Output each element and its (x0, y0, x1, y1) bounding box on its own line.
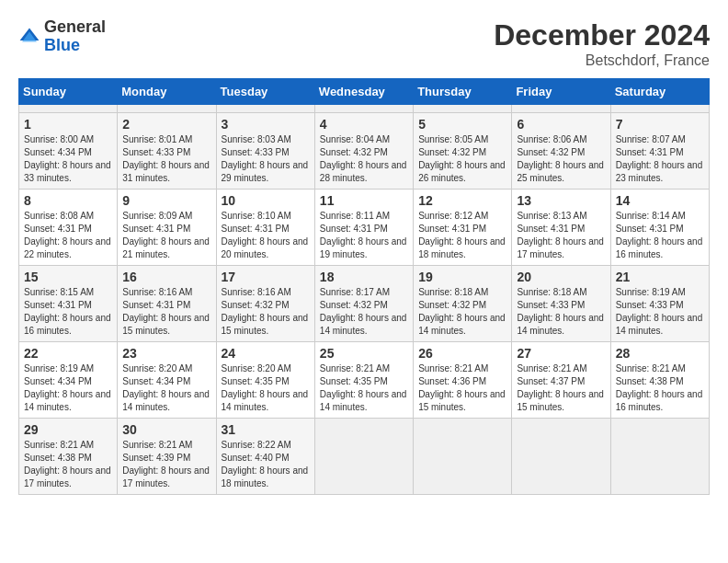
calendar-cell (610, 419, 709, 495)
day-info: Sunrise: 8:15 AMSunset: 4:31 PMDaylight:… (24, 286, 112, 338)
calendar-cell: 3Sunrise: 8:03 AMSunset: 4:33 PMDaylight… (216, 113, 314, 190)
header-thursday: Thursday (414, 79, 512, 105)
calendar-cell: 25Sunrise: 8:21 AMSunset: 4:35 PMDayligh… (314, 342, 413, 419)
calendar-cell (314, 105, 413, 113)
day-number: 16 (122, 270, 210, 284)
calendar-week-2: 1Sunrise: 8:00 AMSunset: 4:34 PMDaylight… (19, 113, 710, 190)
day-info: Sunrise: 8:05 AMSunset: 4:32 PMDaylight:… (418, 133, 506, 185)
calendar-cell (19, 105, 118, 113)
day-number: 11 (320, 193, 408, 208)
day-info: Sunrise: 8:22 AMSunset: 4:40 PMDaylight:… (222, 439, 310, 490)
day-number: 14 (616, 193, 704, 208)
calendar-cell: 20Sunrise: 8:18 AMSunset: 4:33 PMDayligh… (512, 266, 610, 342)
calendar-cell: 9Sunrise: 8:09 AMSunset: 4:31 PMDaylight… (118, 190, 216, 266)
calendar-cell: 6Sunrise: 8:06 AMSunset: 4:32 PMDaylight… (512, 113, 610, 190)
calendar-cell: 1Sunrise: 8:00 AMSunset: 4:34 PMDaylight… (19, 113, 118, 190)
calendar-cell (512, 105, 610, 113)
calendar-cell: 16Sunrise: 8:16 AMSunset: 4:31 PMDayligh… (118, 266, 216, 342)
day-info: Sunrise: 8:20 AMSunset: 4:35 PMDaylight:… (222, 362, 310, 414)
calendar-cell: 13Sunrise: 8:13 AMSunset: 4:31 PMDayligh… (512, 190, 610, 266)
day-info: Sunrise: 8:11 AMSunset: 4:31 PMDaylight:… (320, 210, 408, 261)
day-info: Sunrise: 8:04 AMSunset: 4:32 PMDaylight:… (320, 133, 408, 185)
calendar-cell: 31Sunrise: 8:22 AMSunset: 4:40 PMDayligh… (216, 419, 314, 495)
header-monday: Monday (118, 79, 216, 105)
calendar-header-row: SundayMondayTuesdayWednesdayThursdayFrid… (19, 79, 710, 105)
day-number: 30 (122, 422, 210, 437)
day-number: 6 (517, 117, 605, 132)
day-info: Sunrise: 8:07 AMSunset: 4:31 PMDaylight:… (616, 133, 704, 185)
day-number: 22 (24, 346, 112, 361)
calendar-cell: 28Sunrise: 8:21 AMSunset: 4:38 PMDayligh… (610, 342, 709, 419)
header-saturday: Saturday (610, 79, 709, 105)
calendar-week-6: 29Sunrise: 8:21 AMSunset: 4:38 PMDayligh… (19, 419, 710, 495)
header-friday: Friday (512, 79, 610, 105)
logo-general: General (44, 17, 106, 36)
page-header: General Blue December 2024 Betschdorf, F… (18, 18, 710, 69)
calendar-week-3: 8Sunrise: 8:08 AMSunset: 4:31 PMDaylight… (19, 190, 710, 266)
day-info: Sunrise: 8:14 AMSunset: 4:31 PMDaylight:… (616, 210, 704, 261)
day-info: Sunrise: 8:20 AMSunset: 4:34 PMDaylight:… (122, 362, 210, 414)
day-info: Sunrise: 8:09 AMSunset: 4:31 PMDaylight:… (122, 210, 210, 261)
calendar-week-4: 15Sunrise: 8:15 AMSunset: 4:31 PMDayligh… (19, 266, 710, 342)
calendar-cell (414, 105, 512, 113)
day-number: 9 (122, 193, 210, 208)
day-number: 28 (616, 346, 704, 361)
calendar-cell: 30Sunrise: 8:21 AMSunset: 4:39 PMDayligh… (118, 419, 216, 495)
day-number: 2 (122, 117, 210, 132)
day-info: Sunrise: 8:06 AMSunset: 4:32 PMDaylight:… (517, 133, 605, 185)
calendar-cell (314, 419, 413, 495)
calendar-cell: 27Sunrise: 8:21 AMSunset: 4:37 PMDayligh… (512, 342, 610, 419)
calendar-cell (216, 105, 314, 113)
day-info: Sunrise: 8:19 AMSunset: 4:34 PMDaylight:… (24, 362, 112, 414)
header-sunday: Sunday (19, 79, 118, 105)
header-tuesday: Tuesday (216, 79, 314, 105)
day-number: 31 (222, 422, 310, 437)
day-info: Sunrise: 8:00 AMSunset: 4:34 PMDaylight:… (24, 133, 112, 185)
calendar-cell: 23Sunrise: 8:20 AMSunset: 4:34 PMDayligh… (118, 342, 216, 419)
day-info: Sunrise: 8:13 AMSunset: 4:31 PMDaylight:… (517, 210, 605, 261)
day-info: Sunrise: 8:16 AMSunset: 4:31 PMDaylight:… (122, 286, 210, 338)
day-number: 24 (222, 346, 310, 361)
calendar-cell: 2Sunrise: 8:01 AMSunset: 4:33 PMDaylight… (118, 113, 216, 190)
calendar-cell: 29Sunrise: 8:21 AMSunset: 4:38 PMDayligh… (19, 419, 118, 495)
calendar-cell: 5Sunrise: 8:05 AMSunset: 4:32 PMDaylight… (414, 113, 512, 190)
day-info: Sunrise: 8:21 AMSunset: 4:38 PMDaylight:… (24, 439, 112, 490)
day-info: Sunrise: 8:21 AMSunset: 4:37 PMDaylight:… (517, 362, 605, 414)
title-block: December 2024 Betschdorf, France (494, 18, 710, 69)
calendar-cell: 18Sunrise: 8:17 AMSunset: 4:32 PMDayligh… (314, 266, 413, 342)
calendar-cell: 8Sunrise: 8:08 AMSunset: 4:31 PMDaylight… (19, 190, 118, 266)
logo-blue: Blue (44, 36, 80, 54)
day-info: Sunrise: 8:21 AMSunset: 4:36 PMDaylight:… (418, 362, 506, 414)
day-info: Sunrise: 8:19 AMSunset: 4:33 PMDaylight:… (616, 286, 704, 338)
calendar-cell: 11Sunrise: 8:11 AMSunset: 4:31 PMDayligh… (314, 190, 413, 266)
logo-text: General Blue (44, 18, 106, 55)
day-number: 15 (24, 270, 112, 284)
calendar-cell: 7Sunrise: 8:07 AMSunset: 4:31 PMDaylight… (610, 113, 709, 190)
day-number: 29 (24, 422, 112, 437)
header-wednesday: Wednesday (314, 79, 413, 105)
day-number: 18 (320, 270, 408, 284)
day-number: 1 (24, 117, 112, 132)
day-number: 10 (222, 193, 310, 208)
day-info: Sunrise: 8:17 AMSunset: 4:32 PMDaylight:… (320, 286, 408, 338)
day-number: 26 (418, 346, 506, 361)
day-info: Sunrise: 8:08 AMSunset: 4:31 PMDaylight:… (24, 210, 112, 261)
day-info: Sunrise: 8:21 AMSunset: 4:38 PMDaylight:… (616, 362, 704, 414)
day-info: Sunrise: 8:21 AMSunset: 4:35 PMDaylight:… (320, 362, 408, 414)
day-info: Sunrise: 8:01 AMSunset: 4:33 PMDaylight:… (122, 133, 210, 185)
calendar-table: SundayMondayTuesdayWednesdayThursdayFrid… (18, 78, 710, 495)
day-number: 13 (517, 193, 605, 208)
location: Betschdorf, France (494, 52, 710, 69)
day-number: 27 (517, 346, 605, 361)
day-number: 8 (24, 193, 112, 208)
calendar-cell: 19Sunrise: 8:18 AMSunset: 4:32 PMDayligh… (414, 266, 512, 342)
calendar-cell: 24Sunrise: 8:20 AMSunset: 4:35 PMDayligh… (216, 342, 314, 419)
day-number: 3 (222, 117, 310, 132)
calendar-cell: 10Sunrise: 8:10 AMSunset: 4:31 PMDayligh… (216, 190, 314, 266)
calendar-cell: 15Sunrise: 8:15 AMSunset: 4:31 PMDayligh… (19, 266, 118, 342)
day-info: Sunrise: 8:21 AMSunset: 4:39 PMDaylight:… (122, 439, 210, 490)
day-info: Sunrise: 8:03 AMSunset: 4:33 PMDaylight:… (222, 133, 310, 185)
day-number: 7 (616, 117, 704, 132)
day-number: 25 (320, 346, 408, 361)
calendar-cell: 4Sunrise: 8:04 AMSunset: 4:32 PMDaylight… (314, 113, 413, 190)
